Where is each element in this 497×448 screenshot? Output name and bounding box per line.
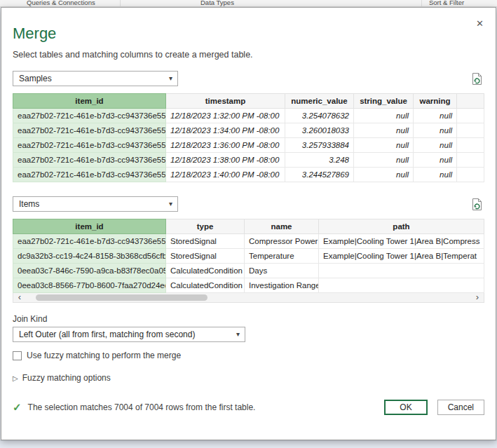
column-header-item-id[interactable]: item_id [13,219,166,234]
cell-type[interactable]: StoredSignal [166,234,245,249]
table-row: 0eea03c7-846c-7590-a9ca-b83f78ec0a05 Cal… [13,264,484,278]
cell-warning[interactable]: null [414,123,457,138]
cell-filler [457,123,484,138]
cell-string-value[interactable]: null [354,153,414,168]
cell-timestamp[interactable]: 12/18/2023 1:32:00 PM -08:00 [166,109,285,123]
dialog-title: Merge [13,25,484,43]
close-icon[interactable]: ✕ [475,18,485,30]
cell-type[interactable]: CalculatedCondition [166,278,245,293]
refresh-preview-icon[interactable] [470,72,483,86]
join-kind-select-value: Left Outer (all from first, matching fro… [19,330,195,339]
ribbon-separator [120,0,121,7]
cell-type[interactable]: CalculatedCondition [166,264,245,278]
column-header-timestamp[interactable]: timestamp [166,94,285,109]
cell-numeric-value[interactable]: 3.254078632 [285,109,354,123]
column-header-string-value[interactable]: string_value [354,94,414,109]
cell-name[interactable]: Days [245,264,319,278]
cell-timestamp[interactable]: 12/18/2023 1:34:00 PM -08:00 [166,123,285,138]
cell-timestamp[interactable]: 12/18/2023 1:36:00 PM -08:00 [166,138,285,153]
cell-path[interactable] [319,278,484,293]
table-row: eaa27b02-721c-461e-b7d3-cc943736e559 Sto… [13,234,484,249]
expander-triangle-icon: ▷ [13,374,18,382]
cell-item-id[interactable]: eaa27b02-721c-461e-b7d3-cc943736e559 [13,234,166,249]
ribbon-separator [421,0,422,7]
cell-path[interactable]: Example|Cooling Tower 1|Area B|Temperat [319,249,484,264]
fuzzy-options-expander[interactable]: ▷ Fuzzy matching options [13,373,484,383]
cell-path[interactable] [319,264,484,278]
cell-filler [457,168,484,182]
column-header-path[interactable]: path [319,219,484,234]
cell-name[interactable]: Compressor Power [245,234,319,249]
ribbon-group-data-types: Data Types [200,0,234,6]
table-row: eaa27b02-721c-461e-b7d3-cc943736e559 12/… [13,109,484,123]
column-header-name[interactable]: name [245,219,319,234]
cell-item-id[interactable]: 0eea03c8-8566-77b0-8600-7faa270d24ed [13,278,166,293]
match-status-message: The selection matches 7004 of 7004 rows … [28,402,256,412]
second-preview-table: item_id type name path eaa27b02-721c-461… [13,219,484,293]
fuzzy-matching-checkbox[interactable] [13,351,22,360]
checkmark-icon: ✓ [13,401,22,414]
cell-string-value[interactable]: null [354,168,414,182]
scrollbar-track[interactable] [26,293,471,302]
cell-timestamp[interactable]: 12/18/2023 1:38:00 PM -08:00 [166,153,285,168]
column-header-numeric-value[interactable]: numeric_value [285,94,354,109]
chevron-down-icon: ▾ [169,200,172,208]
worksheet-fragment [0,440,497,448]
table-row: 0eea03c8-8566-77b0-8600-7faa270d24ed Cal… [13,278,484,293]
cell-string-value[interactable]: null [354,138,414,153]
table-row: dc9a32b3-cc19-4c24-8158-3b368cd56cfb Sto… [13,249,484,264]
join-kind-label: Join Kind [13,314,484,324]
scroll-right-icon[interactable]: › [471,293,484,302]
ribbon-group-sort-filter: Sort & Filter [429,0,464,6]
chevron-down-icon: ▾ [169,74,172,82]
match-status: ✓ The selection matches 7004 of 7004 row… [13,401,374,414]
cell-item-id[interactable]: eaa27b02-721c-461e-b7d3-cc943736e559 [13,123,166,138]
cell-numeric-value[interactable]: 3.244527869 [285,168,354,182]
cell-item-id[interactable]: eaa27b02-721c-461e-b7d3-cc943736e559 [13,138,166,153]
header-row: item_id type name path [13,219,484,234]
cell-name[interactable]: Investigation Range [245,278,319,293]
cell-warning[interactable]: null [414,153,457,168]
table-row: eaa27b02-721c-461e-b7d3-cc943736e559 12/… [13,153,484,168]
column-header-warning[interactable]: warning [414,94,457,109]
column-header-item-id[interactable]: item_id [13,94,166,109]
header-row: item_id timestamp numeric_value string_v… [13,94,484,109]
cell-string-value[interactable]: null [354,109,414,123]
column-header-type[interactable]: type [166,219,245,234]
fuzzy-options-expander-label: Fuzzy matching options [22,373,111,383]
cell-item-id[interactable]: eaa27b02-721c-461e-b7d3-cc943736e559 [13,153,166,168]
cell-timestamp[interactable]: 12/18/2023 1:40:00 PM -08:00 [166,168,285,182]
cell-numeric-value[interactable]: 3.248 [285,153,354,168]
cell-warning[interactable]: null [414,138,457,153]
horizontal-scrollbar[interactable]: ‹ › [13,293,484,303]
second-table-select[interactable]: Items ▾ [13,196,178,212]
cell-item-id[interactable]: 0eea03c7-846c-7590-a9ca-b83f78ec0a05 [13,264,166,278]
cell-name[interactable]: Temperature [245,249,319,264]
refresh-preview-icon[interactable] [470,198,483,211]
cell-type[interactable]: StoredSignal [166,249,245,264]
cell-filler [457,153,484,168]
dialog-subtitle: Select tables and matching columns to cr… [13,50,484,60]
first-table-select[interactable]: Samples ▾ [13,71,178,86]
cell-filler [457,109,484,123]
cell-item-id[interactable]: eaa27b02-721c-461e-b7d3-cc943736e559 [13,168,166,182]
table-row: eaa27b02-721c-461e-b7d3-cc943736e559 12/… [13,138,484,153]
cell-item-id[interactable]: dc9a32b3-cc19-4c24-8158-3b368cd56cfb [13,249,166,264]
chevron-down-icon: ▾ [236,330,240,338]
cell-warning[interactable]: null [414,109,457,123]
scroll-left-icon[interactable]: ‹ [13,293,26,302]
cell-path[interactable]: Example|Cooling Tower 1|Area B|Compress [319,234,484,249]
fuzzy-matching-option[interactable]: Use fuzzy matching to perform the merge [13,351,484,360]
table-row: eaa27b02-721c-461e-b7d3-cc943736e559 12/… [13,123,484,138]
merge-dialog: ✕ Merge Select tables and matching colum… [1,7,496,440]
cell-numeric-value[interactable]: 3.260018033 [285,123,354,138]
excel-ribbon-fragment: Queries & Connections Data Types Sort & … [0,0,497,7]
cell-warning[interactable]: null [414,168,457,182]
join-kind-select[interactable]: Left Outer (all from first, matching fro… [13,327,245,342]
cell-item-id[interactable]: eaa27b02-721c-461e-b7d3-cc943736e559 [13,109,166,123]
cell-string-value[interactable]: null [354,123,414,138]
cell-numeric-value[interactable]: 3.257933884 [285,138,354,153]
ok-button[interactable]: OK [384,400,427,415]
scrollbar-thumb[interactable] [36,294,207,301]
cancel-button[interactable]: Cancel [437,400,484,415]
